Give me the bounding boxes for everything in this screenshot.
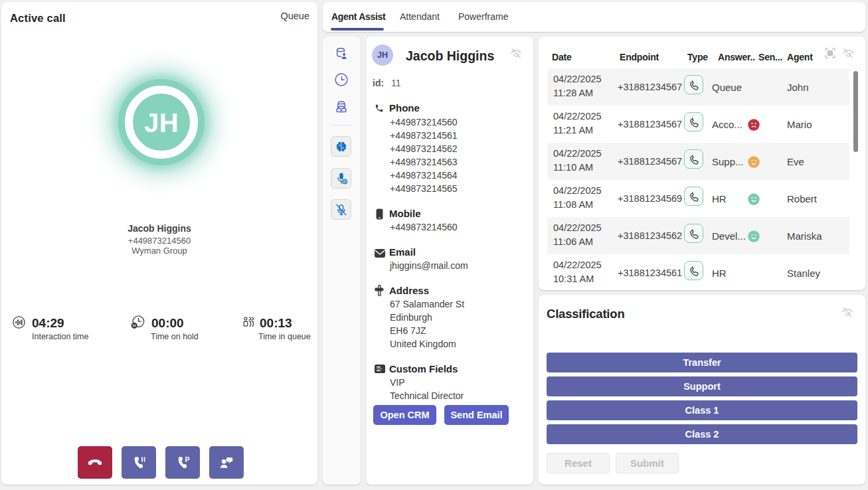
svg-text:P: P: [185, 455, 189, 463]
